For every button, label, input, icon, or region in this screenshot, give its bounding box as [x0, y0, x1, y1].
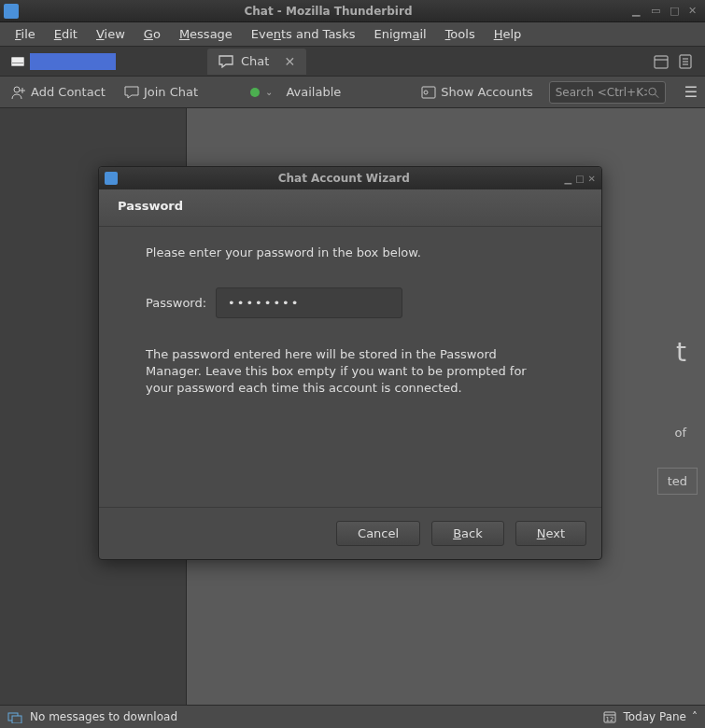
show-accounts-button[interactable]: Show Accounts: [417, 81, 536, 103]
join-chat-button[interactable]: Join Chat: [120, 81, 202, 103]
back-button[interactable]: Back: [431, 521, 504, 546]
chevron-up-icon: ˄: [692, 710, 698, 723]
status-selector[interactable]: ⌄ Available: [250, 85, 341, 99]
svg-point-11: [648, 88, 656, 95]
restore-icon[interactable]: ▭: [651, 5, 664, 18]
today-pane-label: Today Pane: [623, 710, 686, 723]
svg-rect-14: [12, 716, 21, 723]
join-chat-icon: [124, 86, 139, 99]
bg-text-fragment: of: [674, 426, 686, 440]
next-button[interactable]: Next: [515, 521, 586, 546]
password-label: Password:: [146, 296, 206, 310]
today-pane-icon: 12: [602, 709, 617, 724]
menu-edit[interactable]: Edit: [47, 24, 85, 44]
password-input[interactable]: [216, 287, 402, 318]
wizard-body: Please enter your password in the box be…: [99, 227, 601, 507]
window-controls: ▁ ▭ □ ✕: [632, 5, 701, 18]
tasks-icon[interactable]: [677, 53, 694, 70]
menu-tools[interactable]: Tools: [438, 24, 483, 44]
chevron-down-icon: ⌄: [265, 87, 273, 97]
svg-rect-0: [655, 56, 668, 68]
status-label: Available: [286, 85, 341, 99]
svg-point-10: [424, 91, 428, 94]
tab-bar: Chat ✕: [0, 47, 705, 77]
status-bar: No messages to download 12 Today Pane ˄: [0, 705, 705, 728]
wizard-app-icon: [105, 172, 118, 185]
add-contact-icon: [11, 85, 26, 100]
menu-view[interactable]: View: [89, 24, 133, 44]
chat-tab-label: Chat: [241, 54, 269, 68]
wizard-note: The password entered here will be stored…: [146, 346, 529, 398]
bg-button-fragment: ted: [657, 468, 698, 495]
window-titlebar: Chat - Mozilla Thunderbird ▁ ▭ □ ✕: [0, 0, 705, 22]
cancel-button[interactable]: Cancel: [336, 521, 420, 546]
tab-mail[interactable]: [4, 49, 123, 74]
tab-close-icon[interactable]: ✕: [284, 54, 295, 69]
status-message: No messages to download: [30, 710, 177, 723]
search-icon: [647, 86, 659, 99]
window-title: Chat - Mozilla Thunderbird: [24, 5, 632, 18]
calendar-icon[interactable]: [653, 53, 670, 70]
search-input[interactable]: Search <Ctrl+K>: [549, 81, 666, 104]
app-menu-button[interactable]: ☰: [684, 83, 698, 101]
tab-chat[interactable]: Chat ✕: [207, 49, 306, 75]
svg-text:12: 12: [606, 716, 614, 723]
wizard-title: Chat Account Wizard: [123, 172, 564, 185]
status-network-icon: [7, 710, 22, 723]
menu-enigmail[interactable]: Enigmail: [366, 24, 433, 44]
app-icon: [4, 4, 19, 19]
wizard-maximize-icon[interactable]: □: [575, 174, 584, 184]
today-pane-toggle[interactable]: 12 Today Pane ˄: [602, 709, 698, 724]
menu-message[interactable]: Message: [172, 24, 240, 44]
chat-icon: [219, 55, 233, 68]
wizard-heading: Password: [99, 189, 601, 227]
show-accounts-label: Show Accounts: [441, 85, 532, 99]
wizard-instruction: Please enter your password in the box be…: [146, 245, 575, 259]
chat-account-wizard: Chat Account Wizard ▁ □ ✕ Password Pleas…: [98, 166, 602, 560]
search-placeholder: Search <Ctrl+K>: [556, 86, 647, 99]
mail-icon: [11, 57, 24, 66]
minimize-icon[interactable]: ▁: [632, 5, 645, 18]
add-contact-button[interactable]: Add Contact: [7, 81, 109, 104]
join-chat-label: Join Chat: [144, 85, 198, 99]
chat-toolbar: Add Contact Join Chat ⌄ Available Show A…: [0, 77, 705, 108]
add-contact-label: Add Contact: [31, 85, 106, 99]
menu-file[interactable]: File: [7, 24, 43, 44]
menu-bar: File Edit View Go Message Events and Tas…: [0, 22, 705, 47]
wizard-footer: Cancel Back Next: [99, 507, 601, 559]
menu-help[interactable]: Help: [486, 24, 529, 44]
wizard-minimize-icon[interactable]: ▁: [564, 174, 571, 184]
close-icon[interactable]: ✕: [688, 5, 701, 18]
svg-point-6: [14, 87, 20, 92]
status-available-icon: [250, 88, 260, 97]
maximize-icon[interactable]: □: [670, 5, 683, 18]
menu-go[interactable]: Go: [136, 24, 168, 44]
svg-line-12: [655, 93, 658, 97]
bg-heading-fragment: t: [676, 337, 686, 368]
accounts-icon: [421, 86, 436, 99]
mail-tab-label: [30, 53, 116, 70]
wizard-titlebar: Chat Account Wizard ▁ □ ✕: [99, 167, 601, 189]
menu-events[interactable]: Events and Tasks: [244, 24, 363, 44]
wizard-close-icon[interactable]: ✕: [588, 174, 596, 184]
